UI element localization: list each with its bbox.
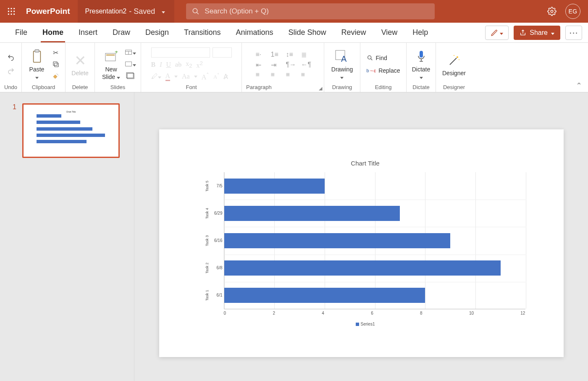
- app-name: PowerPoint: [23, 7, 78, 16]
- collapse-ribbon-button[interactable]: ⌃: [576, 81, 582, 90]
- chart-category-label: Task 4: [205, 208, 209, 219]
- redo-button[interactable]: [5, 66, 16, 76]
- waffle-icon: [7, 7, 16, 16]
- layout-button[interactable]: [125, 48, 136, 57]
- tab-transitions[interactable]: Transitions: [176, 23, 228, 42]
- paste-button[interactable]: Paste: [26, 47, 48, 81]
- undo-icon: [6, 54, 16, 61]
- svg-text:A: A: [341, 54, 347, 63]
- align-center-button[interactable]: ≡: [271, 71, 280, 78]
- replace-button[interactable]: b→c Replace: [364, 66, 403, 75]
- underline-button[interactable]: U: [166, 61, 171, 68]
- drawing-button[interactable]: A Drawing: [329, 47, 355, 81]
- highlight-button[interactable]: 🖊: [151, 73, 161, 80]
- slide[interactable]: Chart Title Task 57/5Task 46/29Task 36/1…: [159, 129, 564, 357]
- tab-animations[interactable]: Animations: [228, 23, 281, 42]
- superscript-button[interactable]: x2: [197, 60, 203, 69]
- shrink-font-button[interactable]: A˅: [213, 73, 219, 80]
- slide-canvas-area[interactable]: Chart Title Task 57/5Task 46/29Task 36/1…: [134, 92, 588, 381]
- search-box[interactable]: [186, 3, 435, 19]
- tab-slide-show[interactable]: Slide Show: [281, 23, 334, 42]
- tab-help[interactable]: Help: [405, 23, 436, 42]
- tab-review[interactable]: Review: [334, 23, 374, 42]
- format-painter-button[interactable]: [50, 71, 61, 81]
- svg-point-9: [193, 8, 198, 13]
- layout-icon: [125, 49, 132, 56]
- reset-slide-button[interactable]: [125, 60, 136, 69]
- chevron-down-icon: [117, 74, 120, 80]
- group-label-paragraph: Paragraph: [246, 84, 272, 90]
- app-launcher-button[interactable]: [0, 0, 23, 23]
- share-button[interactable]: Share: [514, 26, 560, 40]
- tab-design[interactable]: Design: [138, 23, 176, 42]
- svg-line-32: [450, 58, 457, 65]
- tab-insert[interactable]: Insert: [71, 23, 105, 42]
- search-input[interactable]: [205, 7, 429, 16]
- bar-chart[interactable]: Chart Title Task 57/5Task 46/29Task 36/1…: [201, 160, 530, 336]
- strikethrough-button[interactable]: ab: [175, 61, 181, 68]
- dictate-button[interactable]: Dictate: [410, 47, 433, 81]
- tab-file[interactable]: File: [8, 23, 35, 42]
- clear-formatting-button[interactable]: A̷: [223, 73, 228, 81]
- svg-rect-12: [33, 51, 40, 62]
- settings-button[interactable]: [546, 5, 558, 17]
- share-icon: [520, 29, 526, 36]
- copy-icon: [52, 60, 60, 68]
- ltr-button[interactable]: ¶→: [286, 61, 295, 68]
- chevron-down-icon: [340, 74, 344, 80]
- font-size-select[interactable]: [213, 47, 232, 58]
- bullets-button[interactable]: ≡·: [256, 51, 265, 58]
- title-bar: PowerPoint Presentation2 - Saved EG: [0, 0, 588, 23]
- cut-button[interactable]: ✂: [50, 48, 61, 57]
- svg-rect-13: [35, 50, 39, 52]
- bold-button[interactable]: B: [151, 61, 156, 68]
- chart-date-label: 7/5: [213, 184, 223, 188]
- paragraph-dialog-launcher[interactable]: ◢: [319, 86, 322, 91]
- section-icon: [126, 72, 135, 80]
- italic-button[interactable]: I: [160, 61, 162, 68]
- thumbnail-number: 1: [13, 103, 16, 158]
- ribbon: Undo Paste ✂ Clipboard ✕ Delete Delete: [0, 43, 588, 92]
- tab-draw[interactable]: Draw: [105, 23, 138, 42]
- change-case-button[interactable]: Aa: [182, 73, 190, 80]
- justify-button[interactable]: ≡: [301, 71, 310, 78]
- numbering-button[interactable]: 1≡: [271, 51, 280, 58]
- gear-icon: [547, 7, 556, 16]
- svg-point-4: [10, 11, 12, 12]
- grow-font-button[interactable]: A˄: [202, 72, 210, 81]
- rtl-button[interactable]: ←¶: [301, 61, 310, 68]
- increase-indent-button[interactable]: ⇥: [271, 61, 280, 68]
- more-options-button[interactable]: ···: [565, 26, 582, 40]
- subscript-button[interactable]: x2: [186, 60, 192, 69]
- new-slide-button[interactable]: + New Slide: [100, 47, 123, 81]
- find-button[interactable]: Find: [364, 54, 390, 62]
- svg-point-1: [10, 8, 12, 9]
- editing-mode-button[interactable]: [485, 26, 509, 40]
- chart-category-label: Task 3: [205, 235, 209, 246]
- chevron-down-icon: [500, 29, 503, 37]
- align-left-button[interactable]: ≡: [256, 71, 265, 78]
- legend-swatch: [356, 323, 359, 326]
- line-spacing-button[interactable]: ↕≡: [286, 51, 295, 58]
- font-family-select[interactable]: [151, 47, 210, 58]
- search-icon: [367, 55, 373, 61]
- tab-view[interactable]: View: [374, 23, 405, 42]
- chart-x-axis-labels: 024681012: [224, 311, 525, 315]
- list-level-button[interactable]: ≣: [301, 51, 310, 58]
- designer-button[interactable]: Designer: [440, 51, 468, 77]
- chart-bar: [224, 233, 451, 248]
- document-title-strip[interactable]: Presentation2 - Saved: [78, 0, 175, 23]
- copy-button[interactable]: [50, 60, 61, 69]
- user-avatar[interactable]: EG: [565, 4, 580, 19]
- align-right-button[interactable]: ≡: [286, 71, 295, 78]
- clipboard-icon: [31, 49, 43, 64]
- svg-line-28: [370, 58, 372, 60]
- chart-bar: [224, 179, 325, 194]
- svg-point-11: [551, 10, 553, 13]
- tab-home[interactable]: Home: [35, 23, 71, 42]
- undo-button[interactable]: [5, 53, 16, 62]
- section-button[interactable]: [125, 71, 136, 81]
- decrease-indent-button[interactable]: ⇤: [256, 61, 265, 68]
- slide-thumbnail-1[interactable]: Chart Title: [22, 103, 120, 158]
- font-color-button[interactable]: A: [165, 72, 171, 81]
